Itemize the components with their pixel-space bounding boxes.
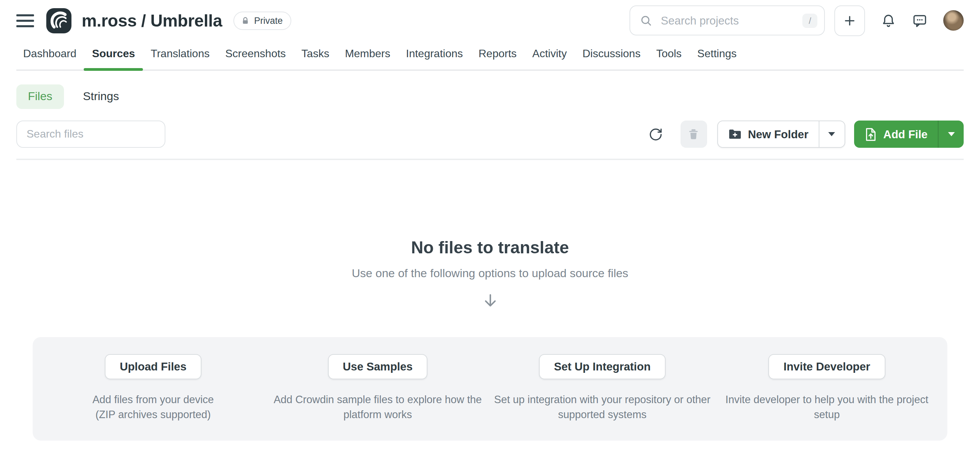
tab-activity[interactable]: Activity <box>532 41 566 69</box>
privacy-badge: Private <box>234 11 292 30</box>
crowdin-logo[interactable] <box>46 8 72 33</box>
page: m.ross / Umbrella Private / <box>0 0 980 460</box>
top-bar: m.ross / Umbrella Private / <box>0 0 980 41</box>
lock-icon <box>241 16 250 25</box>
bell-icon <box>881 13 896 28</box>
upload-options-panel: Upload Files Add files from your device … <box>33 337 947 441</box>
new-folder-dropdown[interactable] <box>819 121 845 147</box>
add-file-dropdown[interactable] <box>938 121 964 148</box>
set-up-integration-button[interactable]: Set Up Integration <box>539 354 666 379</box>
add-file-button: Add File <box>854 121 964 148</box>
new-folder-main[interactable]: New Folder <box>718 121 819 147</box>
chat-icon <box>912 13 928 28</box>
refresh-icon <box>649 127 663 141</box>
privacy-badge-label: Private <box>254 15 283 26</box>
tab-members[interactable]: Members <box>345 41 390 69</box>
files-toolbar: New Folder Add File <box>16 121 964 148</box>
invite-developer-description: Invite developer to help you with the pr… <box>725 392 928 422</box>
subtab-strings[interactable]: Strings <box>82 85 121 109</box>
create-project-button[interactable] <box>834 5 865 36</box>
file-upload-icon <box>864 127 877 141</box>
upload-option: Use Samples Add Crowdin sample files to … <box>266 354 490 422</box>
upload-files-button[interactable]: Upload Files <box>105 354 202 379</box>
upload-option: Set Up Integration Set up integration wi… <box>490 354 714 422</box>
add-file-label: Add File <box>883 128 928 141</box>
project-title: m.ross / Umbrella <box>82 11 222 30</box>
delete-button[interactable] <box>681 121 707 148</box>
invite-developer-button[interactable]: Invite Developer <box>769 354 885 379</box>
user-avatar[interactable] <box>943 10 964 30</box>
upload-option: Upload Files Add files from your device … <box>41 354 266 422</box>
chevron-down-icon <box>948 132 955 136</box>
sources-subtabs: Files Strings <box>16 85 964 109</box>
empty-state: No files to translate Use one of the fol… <box>0 238 980 310</box>
upload-option: Invite Developer Invite developer to hel… <box>714 354 939 422</box>
menu-icon[interactable] <box>16 11 34 29</box>
search-icon <box>640 14 653 27</box>
trash-icon <box>687 127 701 141</box>
new-folder-label: New Folder <box>748 128 808 141</box>
project-nav: Dashboard Sources Translations Screensho… <box>16 41 964 71</box>
global-search: / <box>630 5 825 35</box>
tab-sources[interactable]: Sources <box>92 41 135 69</box>
search-projects-input[interactable] <box>659 13 796 27</box>
tab-translations[interactable]: Translations <box>151 41 210 69</box>
tab-integrations[interactable]: Integrations <box>406 41 463 69</box>
search-shortcut-key: / <box>803 13 817 27</box>
toolbar-divider <box>16 159 964 160</box>
tab-screenshots[interactable]: Screenshots <box>225 41 286 69</box>
upload-files-description: Add files from your device (ZIP archives… <box>92 392 214 422</box>
new-folder-button: New Folder <box>717 121 845 148</box>
empty-state-title: No files to translate <box>0 238 980 257</box>
use-samples-button[interactable]: Use Samples <box>328 354 427 379</box>
tab-tools[interactable]: Tools <box>656 41 682 69</box>
arrow-down-icon <box>481 291 499 310</box>
empty-state-subtitle: Use one of the following options to uplo… <box>0 267 980 281</box>
notifications-button[interactable] <box>881 13 896 28</box>
refresh-button[interactable] <box>649 127 663 141</box>
search-files-input[interactable] <box>16 121 165 148</box>
folder-plus-icon <box>728 128 742 140</box>
messages-button[interactable] <box>912 13 928 28</box>
set-up-integration-description: Set up integration with your repository … <box>494 392 711 422</box>
tab-discussions[interactable]: Discussions <box>582 41 641 69</box>
tab-dashboard[interactable]: Dashboard <box>23 41 76 69</box>
subtab-files[interactable]: Files <box>16 85 64 109</box>
add-file-main[interactable]: Add File <box>854 121 938 148</box>
use-samples-description: Add Crowdin sample files to explore how … <box>274 392 482 422</box>
plus-icon <box>843 13 857 27</box>
tab-settings[interactable]: Settings <box>697 41 737 69</box>
tab-tasks[interactable]: Tasks <box>301 41 329 69</box>
chevron-down-icon <box>829 132 835 136</box>
tab-reports[interactable]: Reports <box>479 41 517 69</box>
